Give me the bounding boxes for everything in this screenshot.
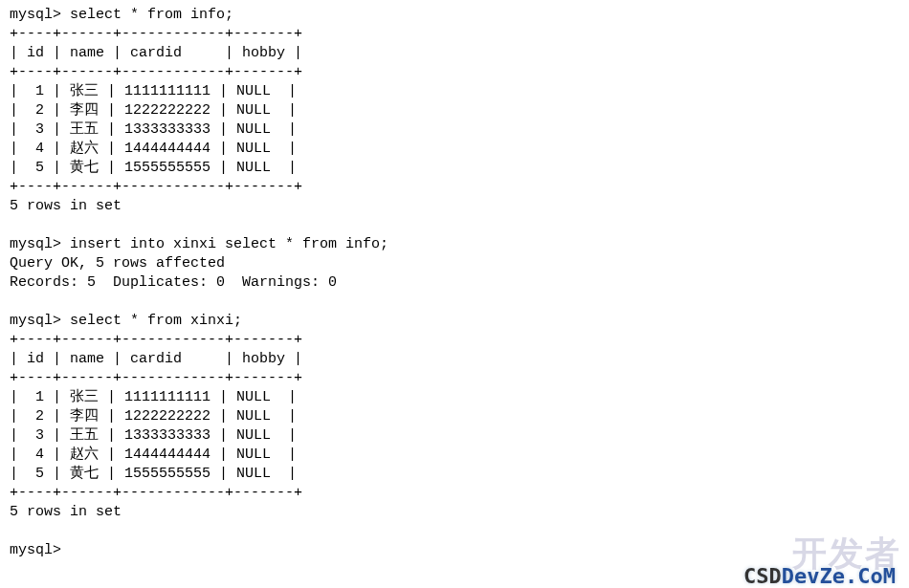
table-sep: +----+------+------------+-------+: [10, 26, 302, 42]
table-header: | id | name | cardid | hobby |: [10, 351, 302, 367]
table2-body: | 1 | 张三 | 1111111111 | NULL | | 2 | 李四 …: [10, 389, 297, 482]
sql-query-3: select * from xinxi;: [70, 313, 242, 329]
rows-footer: 5 rows in set: [10, 504, 122, 520]
prompt: mysql>: [10, 313, 61, 329]
sql-query-2: insert into xinxi select * from info;: [70, 236, 388, 252]
watermark-en: CSDDevZe.CoM: [743, 567, 896, 586]
watermark-en-devze: DevZe.CoM: [782, 564, 896, 588]
insert-result-1: Query OK, 5 rows affected: [10, 255, 225, 272]
prompt: mysql>: [10, 7, 61, 23]
table-sep: +----+------+------------+-------+: [10, 370, 302, 386]
table-sep: +----+------+------------+-------+: [10, 179, 302, 195]
prompt: mysql>: [10, 236, 61, 252]
table-sep: +----+------+------------+-------+: [10, 332, 302, 348]
table-sep: +----+------+------------+-------+: [10, 485, 302, 501]
prompt: mysql>: [10, 542, 61, 558]
terminal-output: mysql> select * from info; +----+------+…: [0, 0, 909, 566]
sql-query-1: select * from info;: [70, 7, 233, 23]
insert-result-2: Records: 5 Duplicates: 0 Warnings: 0: [10, 274, 337, 291]
rows-footer: 5 rows in set: [10, 198, 122, 214]
watermark-en-csd: CSD: [743, 564, 782, 588]
table1-body: | 1 | 张三 | 1111111111 | NULL | | 2 | 李四 …: [10, 83, 297, 176]
table-header: | id | name | cardid | hobby |: [10, 45, 302, 61]
table-sep: +----+------+------------+-------+: [10, 64, 302, 80]
